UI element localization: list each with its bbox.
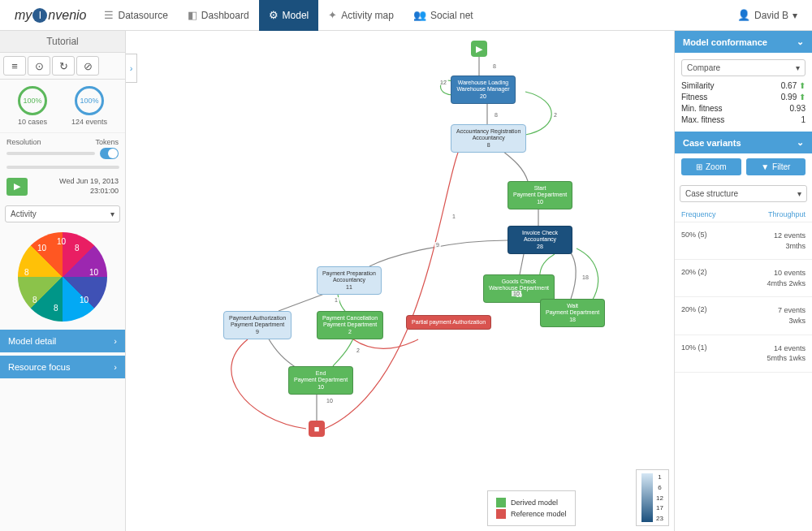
events-label: 124 events [71, 118, 107, 126]
node-accountancy-registration[interactable]: Accountancy Registration Accountancy 8 [451, 124, 526, 153]
legend-reference: Reference model [511, 510, 567, 518]
edge-label: 9 [434, 242, 441, 248]
header-label: Case variants [683, 138, 741, 148]
pie-slice-label: 8 [75, 244, 80, 253]
variant-row[interactable]: 10% (1) 14 events5mths 1wks [675, 335, 812, 373]
menu-button[interactable]: ≡ [3, 56, 26, 76]
node-end-payment[interactable]: End Payment Department 10 [288, 366, 353, 395]
node-count: 28 [513, 244, 567, 250]
scale-tick: 23 [656, 515, 663, 522]
model-canvas[interactable]: › [126, 31, 674, 531]
end-node[interactable]: ■ [309, 421, 325, 437]
refresh-button[interactable]: ↻ [52, 56, 75, 76]
graph-edges [126, 31, 674, 531]
case-structure-select[interactable]: Case structure ▾ [680, 185, 807, 202]
play-button[interactable]: ▶ [6, 178, 28, 196]
edge-label: 1 [333, 297, 339, 303]
nav-dashboard[interactable]: ◧Dashboard [178, 0, 259, 31]
node-payment-cancellation[interactable]: Payment Cancellation Payment Department … [317, 311, 383, 339]
chevron-down-icon: ▾ [793, 10, 797, 21]
up-arrow-icon: ⬆ [799, 81, 806, 90]
conformance-row: Min. fitness0.93 [681, 104, 806, 113]
toolbar-row: ≡ ⊙ ↻ ⊘ [0, 53, 125, 80]
node-count: 10 [513, 199, 567, 205]
node-subtitle: Accountancy [513, 236, 567, 243]
resolution-slider[interactable] [6, 152, 95, 155]
list-icon: ☰ [104, 9, 114, 21]
node-subtitle: Warehouse Manager [456, 86, 510, 93]
nav-label: Social net [430, 10, 473, 21]
user-icon: 👤 [737, 9, 750, 21]
variant-row[interactable]: 20% (2) 7 events3wks [675, 297, 812, 335]
node-warehouse-loading[interactable]: Warehouse Loading Warehouse Manager 20 [451, 76, 516, 104]
node-payment-authorization[interactable]: Payment Authorization Payment Department… [223, 311, 292, 339]
node-subtitle: Payment Department [546, 309, 599, 316]
accent-label: Model detail [8, 336, 56, 346]
reset-button[interactable]: ⊘ [76, 56, 99, 76]
user-menu[interactable]: 👤David B▾ [737, 9, 806, 21]
activity-pie-chart: 8 10 10 8 8 8 10 10 [18, 232, 107, 322]
nav-datasource[interactable]: ☰Datasource [94, 0, 177, 31]
edge-label: 2 [552, 112, 559, 118]
nav-activity-map[interactable]: ✦Activity map [318, 0, 404, 31]
model-conformance-header[interactable]: Model conformance ⌄ [675, 31, 812, 53]
variant-row[interactable]: 50% (5) 12 events3mths [675, 222, 812, 260]
edge-label: 1 [451, 214, 457, 219]
node-partial-payment[interactable]: Partial payment Authorization [406, 315, 491, 330]
node-payment-preparation[interactable]: Payment Preparation Accountancy 11 [317, 266, 382, 295]
select-label: Case structure [685, 189, 738, 198]
variant-time: 4mths 2wks [767, 279, 806, 287]
select-label: Compare [687, 63, 720, 72]
pie-slice-label: 8 [24, 268, 29, 277]
variant-time: 3wks [788, 317, 806, 325]
chevron-down-icon: ⌄ [797, 37, 804, 47]
node-title: End [294, 370, 348, 377]
select-label: Activity [11, 209, 37, 218]
compare-select[interactable]: Compare ▾ [681, 59, 806, 76]
edge-label: 12 [438, 80, 448, 85]
collapse-left-button[interactable]: › [126, 54, 137, 83]
node-title: Invoice Check [513, 230, 567, 236]
node-title: Payment Preparation [322, 270, 376, 277]
variant-events: 14 events [774, 344, 806, 352]
nav-model[interactable]: ⚙Model [259, 0, 319, 31]
variant-freq: 20% (2) [681, 268, 707, 288]
variant-events: 7 events [778, 306, 806, 314]
resource-focus-panel[interactable]: Resource focus › [0, 356, 125, 378]
chevron-right-icon: › [114, 336, 117, 346]
variant-row[interactable]: 20% (2) 10 events4mths 2wks [675, 260, 812, 297]
node-wait[interactable]: Wait Payment Department 18 [540, 299, 605, 327]
nav-label: Dashboard [201, 10, 249, 21]
events-circle: 100% [75, 86, 104, 115]
node-title: Warehouse Loading [456, 80, 510, 86]
row-key: Similarity [681, 81, 715, 90]
case-variants-header[interactable]: Case variants ⌄ [675, 132, 812, 153]
node-invoice-check[interactable]: Invoice Check Accountancy 28 [508, 226, 572, 254]
zoom-icon: ⊞ [696, 162, 702, 171]
node-subtitle: Payment Department [229, 322, 286, 328]
row-key: Fitness [681, 93, 707, 101]
filter-icon: ▼ [761, 162, 769, 171]
model-detail-panel[interactable]: Model detail › [0, 330, 125, 352]
model-icon: ⚙ [269, 9, 279, 21]
nav-social-net[interactable]: 👥Social net [404, 0, 483, 31]
zoom-button[interactable]: ⊞Zoom [681, 158, 741, 175]
dashboard-icon: ◧ [188, 9, 197, 21]
chevron-down-icon: ▾ [796, 63, 800, 72]
node-start-payment[interactable]: Start Payment Department 10 [508, 181, 572, 209]
chevron-down-icon: ⌄ [797, 137, 804, 148]
activity-select[interactable]: Activity ▾ [5, 205, 120, 222]
node-subtitle: Payment Department [513, 192, 567, 198]
start-node[interactable]: ▶ [471, 41, 487, 57]
tutorial-header[interactable]: Tutorial [0, 31, 125, 53]
conformance-row: Max. fitness1 [681, 115, 806, 124]
conformance-row: Fitness0.99 ⬆ [681, 93, 806, 101]
target-button[interactable]: ⊙ [28, 56, 50, 76]
time-slider[interactable] [6, 166, 119, 169]
edge-label: 10 [512, 291, 521, 296]
tokens-toggle[interactable] [100, 148, 119, 159]
edge-label: 18 [581, 274, 590, 280]
pie-slice-label: 10 [37, 244, 46, 253]
filter-button[interactable]: ▼Filter [746, 158, 806, 175]
pie-slice-label: 10 [80, 296, 89, 304]
